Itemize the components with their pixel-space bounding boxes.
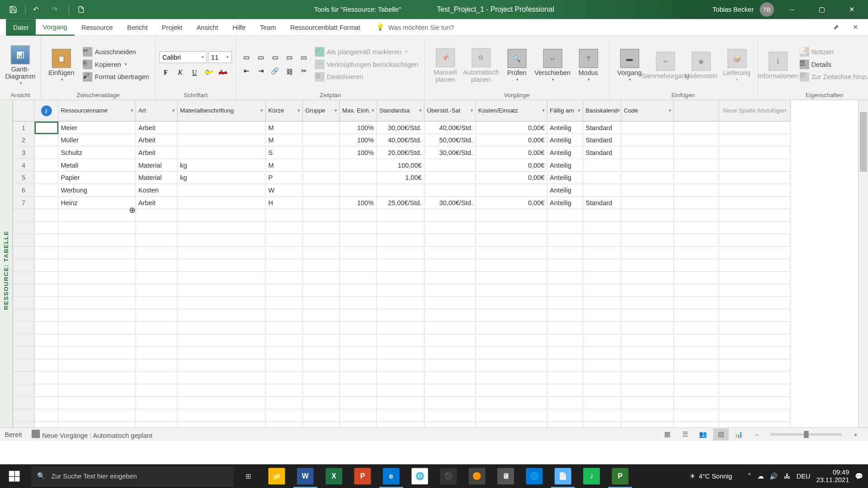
row-number[interactable]: 1 [13, 122, 34, 134]
accrue-cell[interactable]: Anteilig [547, 146, 583, 159]
empty-cell[interactable] [340, 359, 377, 372]
project-button[interactable]: P [606, 465, 634, 488]
empty-cell[interactable] [58, 272, 136, 284]
accrue-cell[interactable]: Anteilig [547, 184, 583, 197]
cost-cell[interactable]: 0,00€ [476, 122, 547, 134]
empty-cell[interactable] [377, 397, 425, 409]
material-cell[interactable] [178, 184, 266, 197]
empty-cell[interactable] [674, 234, 719, 247]
ovtrate-cell[interactable]: 30,00€/Std. [425, 197, 476, 209]
max-cell[interactable]: 100% [340, 122, 377, 134]
empty-cell[interactable] [340, 272, 377, 284]
empty-cell[interactable] [476, 310, 547, 322]
view-resource[interactable]: ▤ [713, 428, 729, 440]
empty-cell[interactable] [547, 297, 583, 310]
max-cell[interactable]: 100% [340, 134, 377, 147]
empty-cell[interactable] [719, 409, 791, 422]
empty-cell[interactable] [178, 322, 266, 334]
empty-cell[interactable] [266, 310, 303, 322]
empty-cell[interactable] [547, 397, 583, 409]
empty-cell[interactable] [377, 359, 425, 372]
header-ovtrate[interactable]: Überstd.-Sat▾ [425, 100, 476, 122]
blank-cell[interactable] [674, 172, 719, 184]
calendar-cell[interactable] [583, 159, 621, 172]
empty-cell[interactable] [476, 385, 547, 397]
tab-file[interactable]: Datei [6, 19, 36, 36]
empty-cell[interactable] [583, 347, 621, 360]
tab-view[interactable]: Ansicht [189, 19, 225, 36]
empty-cell[interactable] [621, 385, 674, 397]
code-cell[interactable] [621, 134, 674, 147]
font-size-combo[interactable]: 11▾ [208, 51, 232, 63]
blank-cell[interactable] [674, 146, 719, 159]
empty-cell[interactable] [476, 334, 547, 347]
empty-cell[interactable] [266, 259, 303, 272]
empty-cell[interactable] [377, 234, 425, 247]
tray-volume[interactable]: 🔊 [769, 472, 778, 480]
empty-cell[interactable] [35, 347, 59, 360]
stdrate-cell[interactable]: 1,00€ [377, 172, 425, 184]
underline-button[interactable]: U [188, 66, 201, 78]
empty-cell[interactable] [58, 359, 136, 372]
row-number[interactable] [13, 209, 34, 222]
empty-cell[interactable] [35, 359, 59, 372]
tab-resource[interactable]: Ressource [74, 19, 120, 36]
empty-cell[interactable] [425, 234, 476, 247]
material-cell[interactable] [178, 122, 266, 134]
header-accrue[interactable]: Fällig am▾ [547, 100, 583, 122]
empty-cell[interactable] [178, 297, 266, 310]
empty-cell[interactable] [674, 359, 719, 372]
empty-cell[interactable] [58, 385, 136, 397]
empty-cell[interactable] [136, 397, 178, 409]
empty-cell[interactable] [266, 209, 303, 222]
paste-button[interactable]: 📋 Einfügen▾ [45, 38, 78, 90]
empty-cell[interactable] [35, 272, 59, 284]
cost-cell[interactable] [476, 184, 547, 197]
tab-help[interactable]: Hilfe [225, 19, 253, 36]
stdrate-cell[interactable] [377, 184, 425, 197]
empty-cell[interactable] [303, 297, 340, 310]
header-stdrate[interactable]: Standardsa▾ [377, 100, 425, 122]
word-button[interactable]: W [291, 465, 320, 488]
empty-cell[interactable] [719, 397, 791, 409]
empty-cell[interactable] [621, 334, 674, 347]
empty-cell[interactable] [266, 322, 303, 334]
empty-cell[interactable] [547, 209, 583, 222]
empty-cell[interactable] [266, 372, 303, 385]
row-number[interactable] [13, 397, 34, 409]
type-cell[interactable]: Arbeit [136, 197, 178, 209]
empty-cell[interactable] [547, 234, 583, 247]
empty-cell[interactable] [303, 359, 340, 372]
empty-cell[interactable] [425, 385, 476, 397]
indicator-cell[interactable] [35, 134, 59, 147]
empty-cell[interactable] [674, 209, 719, 222]
empty-cell[interactable] [425, 359, 476, 372]
header-cost[interactable]: Kosten/Einsatz▾ [476, 100, 547, 122]
accrue-cell[interactable]: Anteilig [547, 122, 583, 134]
initials-cell[interactable]: M [266, 159, 303, 172]
empty-cell[interactable] [58, 247, 136, 259]
code-cell[interactable] [621, 159, 674, 172]
vertical-scrollbar[interactable] [858, 100, 868, 441]
row-number[interactable] [13, 322, 34, 334]
header-cell[interactable] [13, 100, 34, 122]
accrue-cell[interactable]: Anteilig [547, 134, 583, 147]
empty-cell[interactable] [35, 334, 59, 347]
code-cell[interactable] [621, 172, 674, 184]
empty-cell[interactable] [719, 234, 791, 247]
row-number[interactable] [13, 297, 34, 310]
empty-cell[interactable] [35, 259, 59, 272]
newcol-cell[interactable] [719, 122, 791, 134]
row-number[interactable] [13, 385, 34, 397]
bold-button[interactable]: F [159, 66, 172, 78]
cut-button[interactable]: ✂Ausschneiden [80, 46, 151, 58]
empty-cell[interactable] [674, 310, 719, 322]
empty-cell[interactable] [303, 385, 340, 397]
empty-cell[interactable] [58, 234, 136, 247]
empty-cell[interactable] [178, 409, 266, 422]
empty-cell[interactable] [340, 397, 377, 409]
tray-chevron[interactable]: ˄ [748, 472, 751, 480]
indicator-cell[interactable] [35, 146, 59, 159]
empty-cell[interactable] [583, 397, 621, 409]
empty-cell[interactable] [377, 322, 425, 334]
